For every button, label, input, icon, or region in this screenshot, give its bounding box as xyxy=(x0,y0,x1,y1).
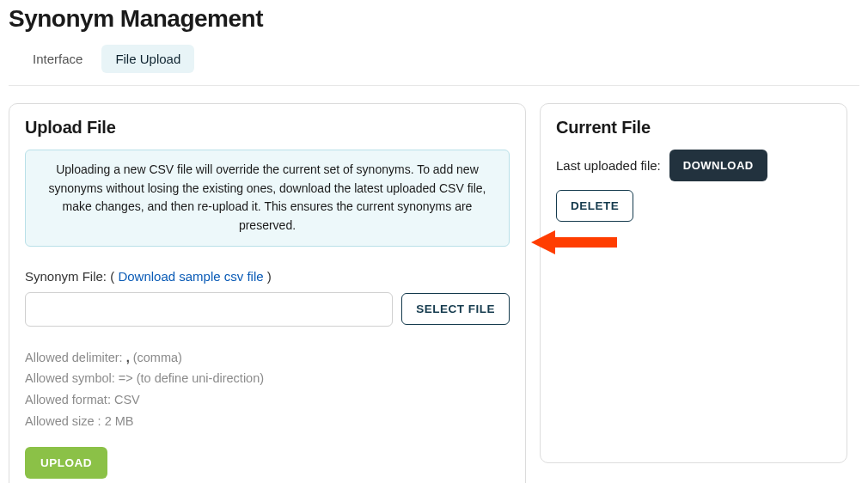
download-sample-link[interactable]: Download sample csv file xyxy=(118,269,263,284)
synonym-file-label-prefix: Synonym File: ( xyxy=(25,269,118,284)
info-text: Uploading a new CSV file will override t… xyxy=(41,161,493,235)
hint-size: Allowed size : 2 MB xyxy=(25,411,510,432)
upload-file-card: Upload File Uploading a new CSV file wil… xyxy=(9,103,526,483)
synonym-file-input[interactable] xyxy=(25,292,393,327)
synonym-file-label: Synonym File: ( Download sample csv file… xyxy=(25,269,510,284)
upload-file-title: Upload File xyxy=(25,118,510,138)
hint-delimiter: Allowed delimiter: , (comma) xyxy=(25,347,510,369)
upload-hints: Allowed delimiter: , (comma) Allowed sym… xyxy=(25,347,510,432)
tabs: Interface File Upload xyxy=(9,45,859,86)
hint-delimiter-suffix: (comma) xyxy=(130,351,182,364)
synonym-file-label-suffix: ) xyxy=(264,269,272,284)
current-file-card: Current File Last uploaded file: DOWNLOA… xyxy=(540,103,847,463)
select-file-button[interactable]: SELECT FILE xyxy=(401,293,510,325)
tab-file-upload[interactable]: File Upload xyxy=(101,45,194,73)
tab-interface[interactable]: Interface xyxy=(19,45,96,73)
hint-symbol: Allowed symbol: => (to define uni-direct… xyxy=(25,368,510,389)
delete-button[interactable]: DELETE xyxy=(556,190,633,222)
arrow-annotation-icon xyxy=(531,225,626,260)
page-title: Synonym Management xyxy=(9,0,859,45)
last-uploaded-label: Last uploaded file: xyxy=(556,158,661,173)
download-button[interactable]: DOWNLOAD xyxy=(669,150,767,181)
current-file-row: Last uploaded file: DOWNLOAD DELETE xyxy=(556,150,831,222)
content-row: Upload File Uploading a new CSV file wil… xyxy=(9,86,859,483)
file-input-row: SELECT FILE xyxy=(25,292,510,327)
current-file-title: Current File xyxy=(556,118,831,138)
upload-button[interactable]: UPLOAD xyxy=(25,447,107,479)
hint-delimiter-prefix: Allowed delimiter: xyxy=(25,351,126,364)
svg-marker-0 xyxy=(531,230,617,254)
info-box: Uploading a new CSV file will override t… xyxy=(25,150,510,247)
hint-format: Allowed format: CSV xyxy=(25,389,510,411)
